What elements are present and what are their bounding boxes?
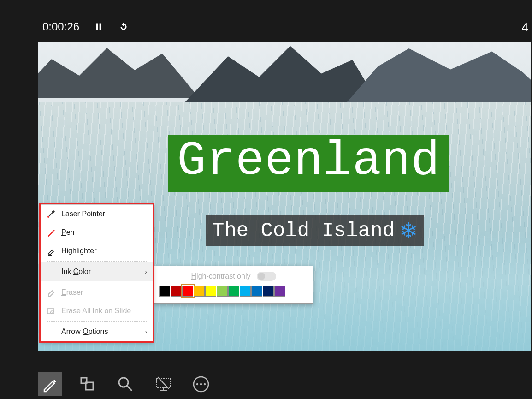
menu-item-label: Highlighter [61,247,145,255]
slide-subtitle-box: The Cold Island ❄ [206,215,424,246]
highlighter-icon [47,246,56,256]
laser-pointer-icon [47,209,56,219]
menu-item-pen[interactable]: Pen [41,223,153,242]
high-contrast-label: High-contrast only [191,272,251,280]
high-contrast-toggle[interactable] [257,272,276,281]
menu-item-highlighter[interactable]: Highlighter [41,242,153,260]
more-options-button[interactable] [189,372,213,396]
menu-item-erase-all-ink-on-slide: Erase All Ink on Slide [41,302,153,320]
menu-item-label: Erase All Ink on Slide [61,307,145,315]
ellipsis-icon [192,375,210,393]
pause-button[interactable] [93,21,104,32]
chevron-right-icon: › [145,328,147,335]
color-swatch[interactable] [263,286,274,297]
pause-icon [94,22,103,31]
restart-button[interactable] [118,21,129,32]
color-swatch[interactable] [159,286,170,297]
chevron-right-icon: › [145,268,147,275]
slide-title-box: Greenland [168,135,449,192]
svg-point-16 [196,383,198,385]
slide-background [38,42,531,107]
svg-point-9 [119,378,128,387]
top-bar: 0:00:26 [42,20,129,33]
restart-icon [119,22,128,31]
high-contrast-row[interactable]: High-contrast only [154,266,313,286]
monitor-icon [154,375,172,393]
color-swatch[interactable] [194,286,205,297]
color-swatch-row [154,286,313,299]
snowflake-icon: ❄ [399,218,418,244]
zoom-button[interactable] [113,372,137,396]
pen-red-icon [47,228,56,237]
color-swatch[interactable] [182,286,193,297]
menu-item-eraser: Eraser [41,283,153,302]
menu-item-label: Ink Color [61,268,145,276]
menu-item-arrow-options[interactable]: Arrow Options› [41,322,153,341]
color-swatch[interactable] [205,286,216,297]
pen-context-menu: Laser PointerPenHighlighterInk Color›Era… [41,204,153,341]
presenter-toolbar [38,372,213,396]
recording-timer: 0:00:26 [42,20,79,33]
menu-item-label: Pen [61,228,145,237]
blank-icon [47,327,56,336]
blank-icon [47,267,56,276]
magnifier-icon [116,375,135,393]
slide-title: Greenland [177,137,440,185]
eraser-icon [47,288,56,297]
pen-icon [41,375,59,393]
slide-subtitle: The Cold Island [212,220,395,242]
svg-rect-1 [100,24,101,30]
svg-line-10 [127,386,132,391]
pen-tool-button[interactable] [38,372,62,396]
menu-item-label: Arrow Options [61,328,145,336]
svg-point-17 [200,383,202,385]
svg-line-2 [48,212,53,217]
color-swatch[interactable] [228,286,239,297]
menu-item-laser-pointer[interactable]: Laser Pointer [41,205,153,223]
menu-item-ink-color[interactable]: Ink Color› [41,262,153,281]
menu-item-label: Laser Pointer [61,210,145,218]
grid-icon [78,375,97,393]
svg-point-18 [204,383,206,385]
svg-point-3 [47,216,49,218]
black-screen-button[interactable] [151,372,175,396]
erase-all-icon [47,306,56,316]
color-swatch[interactable] [274,286,285,297]
menu-item-label: Eraser [61,288,145,297]
svg-rect-0 [96,24,98,30]
color-swatch[interactable] [251,286,262,297]
color-swatch[interactable] [240,286,251,297]
color-swatch[interactable] [171,286,182,297]
see-all-slides-button[interactable] [76,372,100,396]
slide-number: 4 [522,20,528,35]
color-swatch[interactable] [217,286,228,297]
ink-color-submenu: High-contrast only [154,266,313,304]
